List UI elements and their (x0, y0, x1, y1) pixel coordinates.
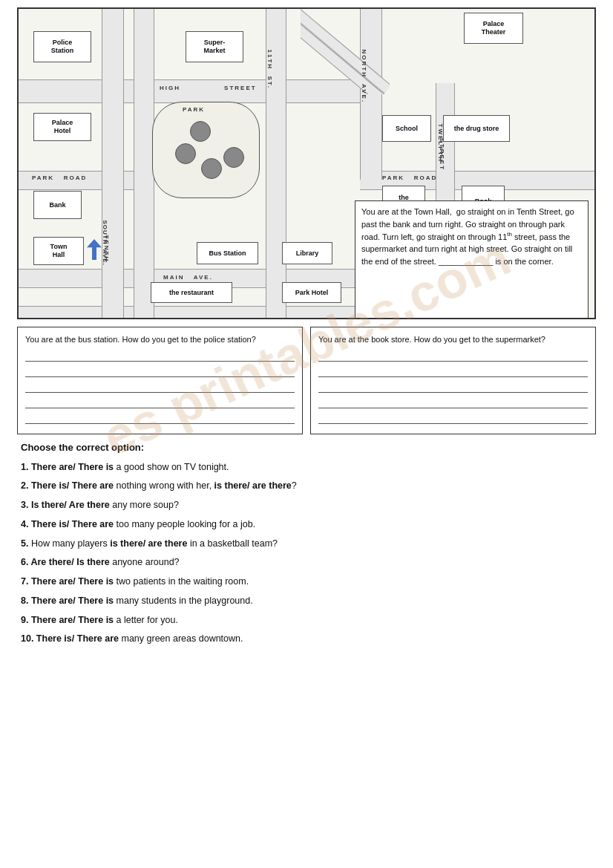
park-area: PARK (152, 102, 260, 198)
item-number-7: 7. (21, 576, 31, 587)
item-9-options: There are/ There is (31, 615, 114, 625)
item-number-1: 1. (21, 462, 31, 472)
grammar-item-9: 9. There are/ There is a letter for you. (21, 613, 592, 627)
item-number-4: 4. (21, 519, 31, 529)
item-number-3: 3. (21, 500, 31, 510)
answer-line-2-1 (318, 350, 588, 362)
park-hotel-building: Park Hotel (282, 282, 341, 303)
grammar-item-8: 8. There are/ There is many students in … (21, 594, 592, 608)
exercise-1-title: You are at the bus station. How do you g… (25, 333, 295, 346)
answer-line-1-1 (25, 350, 295, 362)
school-building: School (382, 115, 431, 142)
answer-line-1-4 (25, 397, 295, 408)
exercise-row: You are at the bus station. How do you g… (17, 327, 596, 434)
town-hall-building: TownHall (33, 237, 84, 265)
diagonal-road-container (301, 9, 390, 94)
town-hall-arrow (87, 239, 102, 260)
grammar-item-1: 1. There are/ There is a good show on TV… (21, 460, 592, 474)
high-street-label: HIGH STREET (160, 85, 257, 91)
library-building: Library (282, 242, 332, 264)
tree-1 (190, 121, 211, 142)
answer-line-2-4 (318, 397, 588, 408)
park-road-right-label: PARK ROAD (382, 174, 437, 181)
grammar-item-4: 4. There is/ There are too many people l… (21, 518, 592, 532)
item-number-6: 6. (21, 557, 30, 567)
item-number-10: 10. (21, 633, 36, 644)
grammar-item-2: 2. There is/ There are nothing wrong wit… (21, 479, 592, 493)
palace-theater-building: PalaceTheater (464, 13, 523, 44)
tenth-street (134, 9, 154, 319)
item-7-options: There are/ There is (31, 576, 114, 587)
answer-line-2-3 (318, 381, 588, 393)
item-number-9: 9. (21, 615, 31, 625)
grammar-item-5: 5. How many players is there/ are there … (21, 537, 592, 551)
south-ave-label: SOUTH AVE. (102, 221, 108, 266)
grammar-section: Choose the correct option: 1. There are/… (17, 442, 596, 647)
grammar-title: Choose the correct option: (21, 442, 592, 453)
bank-building: Bank (33, 191, 82, 219)
drug-store-building: the drug store (443, 115, 510, 142)
exercise-box-2: You are at the book store. How do you ge… (310, 327, 596, 434)
item-5-options: is there/ are there (110, 538, 187, 549)
grammar-item-7: 7. There are/ There is two patients in t… (21, 575, 592, 589)
main-ave-label: MAIN AVE. (163, 274, 213, 281)
park-road-left-label: PARK ROAD (32, 174, 87, 181)
answer-line-2-5 (318, 412, 588, 424)
bottom-road (19, 306, 360, 319)
grammar-item-3: 3. Is there/ Are there any more soup? (21, 498, 592, 512)
exercise-2-title: You are at the book store. How do you ge… (318, 333, 588, 346)
super-market-building: Super-Market (186, 31, 243, 62)
bus-station-building: Bus Station (197, 242, 258, 264)
item-number-2: 2. (21, 480, 31, 491)
answer-line-1-2 (25, 365, 295, 377)
exercise-box-1: You are at the bus station. How do you g… (17, 327, 303, 434)
item-1-options: There are/ There is (31, 462, 114, 472)
answer-line-1-5 (25, 412, 295, 424)
police-station-building: PoliceStation (33, 31, 91, 62)
south-ave (102, 9, 124, 319)
item-6-options: Are there/ Is there (30, 557, 109, 567)
map-info-box: You are at the Town Hall, go straight on… (355, 200, 589, 319)
11th-label: 11th ST. (266, 50, 273, 90)
tree-3 (201, 158, 222, 179)
diagonal-road (301, 9, 390, 94)
grammar-item-10: 10. There is/ There are many green areas… (21, 632, 592, 646)
item-2-options: There is/ There are (31, 480, 114, 491)
answer-line-2-2 (318, 365, 588, 377)
map: HIGH STREET PARK ROAD PARK ROAD MAIN AVE… (17, 7, 596, 319)
street-label: STREET (439, 139, 445, 172)
tree-2 (175, 143, 196, 164)
item-number-8: 8. (21, 595, 31, 606)
item-number-5: 5. (21, 538, 31, 549)
item-4-options: There is/ There are (31, 519, 114, 529)
restaurant-building: the restaurant (151, 282, 232, 303)
item-2-suffix: is there/ are there (214, 480, 292, 491)
park-label: PARK (183, 106, 205, 113)
north-ave-label: NORTH AVE. (361, 50, 367, 104)
answer-line-1-3 (25, 381, 295, 393)
tree-4 (223, 147, 244, 168)
grammar-item-6: 6. Are there/ Is there anyone around? (21, 555, 592, 570)
palace-hotel-building: PalaceHotel (33, 113, 91, 141)
item-8-options: There are/ There is (31, 595, 114, 606)
item-10-options: There is/ There are (36, 633, 119, 644)
item-3-options: Is there/ Are there (31, 500, 110, 510)
